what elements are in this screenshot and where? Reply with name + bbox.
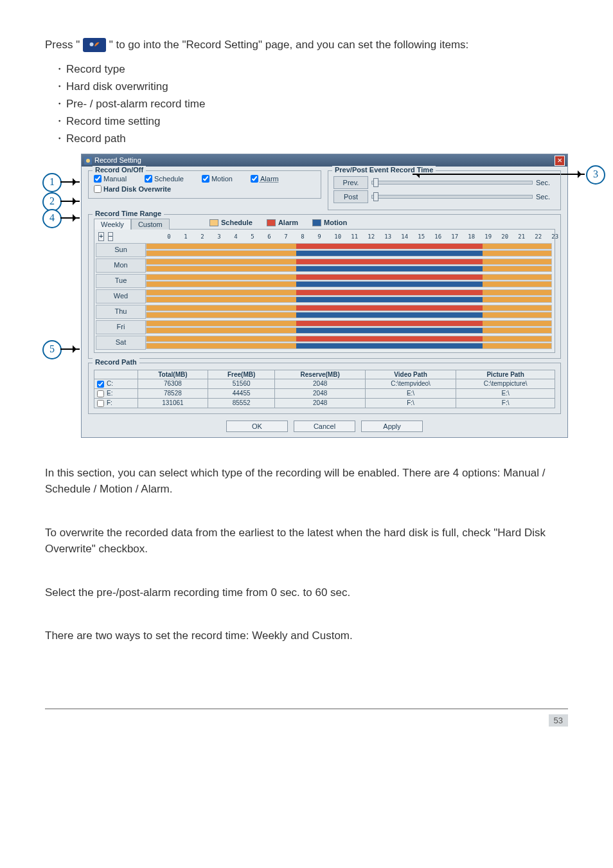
dialog-button-row: OK Cancel Apply [88,420,561,432]
record-setting-icon [83,38,106,52]
day-bars[interactable] [146,336,553,350]
day-row: Fri [96,320,553,334]
record-time-range-group: Record Time Range Weekly Custom Schedule… [88,214,561,359]
sec-label: Sec. [536,193,555,201]
day-bars[interactable] [146,289,553,303]
day-row: Mon [96,258,553,273]
day-bars[interactable] [146,243,553,257]
post-button[interactable]: Post [333,190,368,203]
paragraph-1: In this section, you can select which ty… [45,465,568,498]
callout-3: 3 [586,165,605,185]
svg-point-0 [89,42,93,46]
intro-pre: Press " [45,39,80,51]
tab-weekly[interactable]: Weekly [94,219,131,230]
add-button[interactable]: + [98,232,104,241]
intro-post: " to go into the "Record Setting" page, … [109,39,469,51]
remove-button[interactable]: − [108,232,114,241]
arrow-icon [60,201,80,202]
window-title: Record Setting [94,154,141,167]
arrow-icon [60,348,80,350]
group-legend: Prev/Post Event Record Time [332,166,436,174]
arrow-icon [60,181,80,183]
motion-swatch-icon [312,219,321,226]
prev-slider[interactable] [371,181,533,185]
day-label: Fri [96,320,146,334]
day-row: Wed [96,289,553,303]
prev-button[interactable]: Prev. [333,176,368,189]
day-label: Sat [96,336,146,350]
day-bars[interactable] [146,320,553,334]
record-setting-window: Record Setting ✕ Record On/Off Manual Sc… [81,154,568,438]
weekly-timeline: + − 012345678910111213141516171819202122… [94,229,555,353]
day-row: Sat [96,336,553,350]
path-row-checkbox[interactable] [97,400,104,407]
list-item: Record type [54,62,568,77]
intro-item-list: Record type Hard disk overwriting Pre- /… [45,62,568,146]
record-setting-diagram: 1 2 4 5 3 Record Setting ✕ Record On/Off… [60,154,568,438]
day-label: Tue [96,274,146,288]
cancel-button[interactable]: Cancel [294,420,355,432]
day-bars[interactable] [146,305,553,319]
group-legend: Record On/Off [93,166,146,174]
day-label: Wed [96,289,146,303]
manual-checkbox[interactable]: Manual [94,175,127,183]
schedule-swatch-icon [209,219,218,226]
callout-5: 5 [42,340,62,359]
paragraph-4: There are two ways to set the record tim… [45,628,568,644]
apply-button[interactable]: Apply [361,420,423,432]
hard-disk-overwrite-checkbox[interactable]: Hard Disk Overwrite [94,185,171,193]
alarm-swatch-icon [267,219,276,226]
hour-scale: 01234567891011121314151617181920212223 [167,233,568,240]
pre-post-group: Prev/Post Event Record Time Prev. Sec. P… [328,170,561,210]
list-item: Record time setting [54,114,568,129]
callout-4: 4 [42,209,62,228]
day-label: Thu [96,305,146,319]
record-path-group: Record Path Total(MB) Free(MB) Reserve(M… [88,363,561,414]
path-row-checkbox[interactable] [97,381,104,388]
record-path-table: Total(MB) Free(MB) Reserve(MB) Video Pat… [94,370,555,408]
ok-button[interactable]: OK [226,420,288,432]
day-bars[interactable] [146,258,553,273]
list-item: Pre- / post-alarm record time [54,96,568,111]
list-item: Record path [54,131,568,146]
page-number: 53 [549,714,568,727]
table-row: C: 76308515602048C:\tempvideo\C:\temppic… [94,379,555,389]
day-row: Tue [96,274,553,288]
timeline-legend: Schedule Alarm Motion [209,219,555,226]
group-legend: Record Time Range [93,210,164,217]
app-icon [84,157,92,165]
list-item: Hard disk overwriting [54,79,568,94]
add-remove-row: + − 012345678910111213141516171819202122… [96,231,553,242]
day-row: Sun [96,243,553,257]
svg-point-2 [86,159,90,163]
paragraph-2: To overwrite the recorded data from the … [45,525,568,557]
day-label: Sun [96,243,146,257]
day-label: Mon [96,258,146,273]
motion-checkbox[interactable]: Motion [202,175,233,183]
arrow-icon [568,174,585,175]
close-icon[interactable]: ✕ [555,156,565,166]
table-header-row: Total(MB) Free(MB) Reserve(MB) Video Pat… [94,370,555,379]
post-slider[interactable] [371,195,533,199]
window-titlebar: Record Setting ✕ [82,154,567,167]
day-row: Thu [96,305,553,319]
group-legend: Record Path [93,358,139,366]
path-row-checkbox[interactable] [97,390,104,397]
page-footer: 53 [45,709,568,723]
table-row: F: 131061855522048F:\F:\ [94,398,555,408]
day-bars[interactable] [146,274,553,288]
schedule-checkbox[interactable]: Schedule [145,175,184,183]
sec-label: Sec. [536,179,555,186]
record-onoff-group: Record On/Off Manual Schedule Motion Ala… [88,170,321,199]
intro-line: Press " " to go into the "Record Setting… [45,39,568,53]
alarm-checkbox[interactable]: Alarm [251,175,279,183]
arrow-icon [60,217,80,219]
callout-1: 1 [42,173,62,192]
paragraph-3: Select the pre-/post-alarm recording tim… [45,584,568,601]
table-row: E: 78528444552048E:\E:\ [94,388,555,398]
tab-custom[interactable]: Custom [131,219,170,230]
